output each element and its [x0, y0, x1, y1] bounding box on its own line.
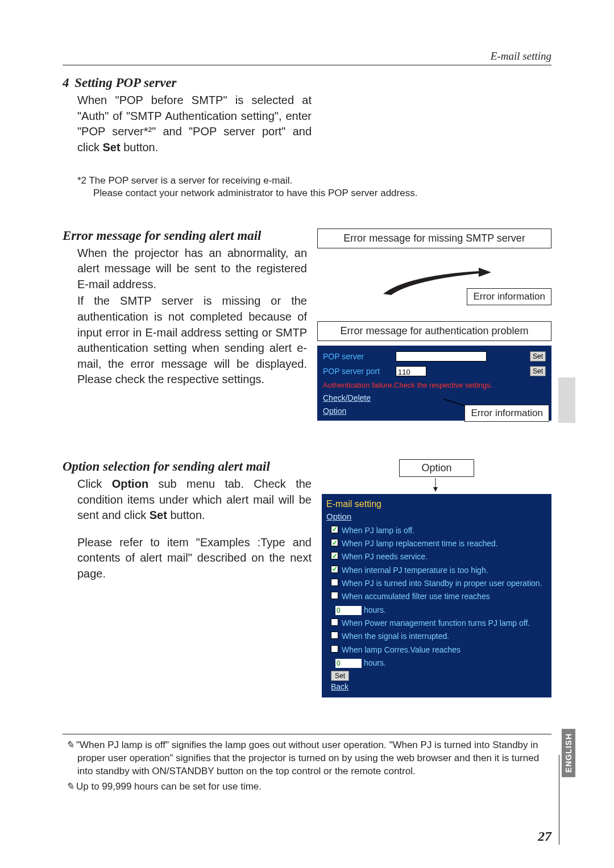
- option-item-text: When PJ lamp is off.: [342, 525, 414, 536]
- pencil-icon: ✎: [66, 781, 74, 792]
- option-item-checkbox[interactable]: [331, 579, 338, 586]
- option-panel-title: E-mail setting: [326, 497, 547, 510]
- option-item-text: When the signal is interrupted.: [342, 630, 449, 642]
- option-item-line: When lamp Corres.Value reaches: [326, 644, 547, 655]
- pop-port-set-button[interactable]: Set: [530, 366, 546, 376]
- option-item-line: When internal PJ temperature is too high…: [326, 564, 547, 576]
- pop-server-input[interactable]: [396, 351, 487, 362]
- section4-footnote-lead: *2 The POP server is a server for receiv…: [77, 175, 292, 186]
- pop-server-label: POP server: [323, 350, 391, 363]
- header-rule: [63, 65, 551, 65]
- option-item-checkbox[interactable]: [331, 632, 338, 639]
- error-paragraph-2: If the SMTP server is missing or the aut…: [77, 293, 307, 388]
- auth-failure-text: Authentication failure.Check the respect…: [323, 380, 546, 392]
- option-item-checkbox[interactable]: [331, 539, 338, 546]
- check-delete-link[interactable]: Check/Delete: [323, 393, 371, 402]
- pop-port-label: POP server port: [323, 365, 391, 377]
- side-gray-tab: [558, 377, 575, 423]
- section4-number: 4: [63, 76, 69, 90]
- error-heading: Error message for sending alert mail: [63, 229, 307, 243]
- error-box1-label: Error message for missing SMTP server: [317, 229, 551, 248]
- option-item-text: When PJ lamp replacement time is reached…: [342, 538, 498, 549]
- option-item-line: When the signal is interrupted.: [326, 630, 547, 642]
- option-item-line: When PJ lamp replacement time is reached…: [326, 538, 547, 549]
- option-panel: E-mail setting Option When PJ lamp is of…: [322, 494, 551, 697]
- option-item-text: When internal PJ temperature is too high…: [342, 564, 488, 576]
- pop-server-set-button[interactable]: Set: [530, 351, 546, 362]
- note-2-text: Up to 99,999 hours can be set for use ti…: [76, 781, 262, 792]
- section4-footnote: *2 The POP server is a server for receiv…: [77, 175, 551, 200]
- pop-row-server: POP server Set: [323, 350, 546, 363]
- option-top-label: Option: [399, 459, 474, 477]
- page-number: 27: [538, 829, 551, 844]
- section4-title: Setting POP server: [74, 76, 176, 90]
- option-item-checkbox[interactable]: [331, 592, 338, 599]
- section4-heading: 4 Setting POP server: [63, 76, 551, 90]
- swoosh-figure: Error information: [317, 248, 551, 311]
- error-callout2: Error information: [464, 405, 549, 422]
- pop-port-input[interactable]: 110: [396, 366, 426, 376]
- filter-hours-unit: hours.: [364, 605, 386, 614]
- option-link[interactable]: Option: [323, 406, 346, 416]
- option-item-text: When Power management function turns PJ …: [342, 617, 530, 629]
- option-item-text: When PJ is turned into Standby in proper…: [342, 578, 542, 589]
- svg-marker-2: [433, 487, 438, 492]
- option-item-checkbox[interactable]: [331, 566, 338, 573]
- option-item-line: When accumulated filter use time reaches: [326, 591, 547, 602]
- option-item-text: When PJ needs service.: [342, 551, 428, 562]
- filter-hours-input[interactable]: 0: [335, 606, 362, 615]
- option-heading: Option selection for sending alert mail: [63, 459, 312, 474]
- error-box2-label: Error message for authentication problem: [317, 321, 551, 341]
- option-item-checkbox[interactable]: [331, 618, 338, 626]
- option-item-line: When Power management function turns PJ …: [326, 617, 547, 629]
- note-1-text: "When PJ lamp is off" signifies the lamp…: [76, 740, 539, 776]
- pop-row-port: POP server port 110 Set: [323, 365, 546, 377]
- option-item-text: When accumulated filter use time reaches: [342, 591, 490, 602]
- pencil-icon: ✎: [66, 740, 74, 750]
- bottom-rule: [63, 734, 551, 734]
- option-paragraph-2: Please refer to item "Examples :Type and…: [77, 535, 312, 582]
- option-panel-subtitle[interactable]: Option: [326, 510, 547, 523]
- language-tab: ENGLISH: [562, 729, 575, 777]
- option-item-checkbox[interactable]: [331, 645, 338, 653]
- option-item-line: When PJ needs service.: [326, 551, 547, 562]
- error-callout1: Error information: [467, 288, 551, 305]
- option-set-button[interactable]: Set: [331, 671, 349, 681]
- option-item-text: When lamp Corres.Value reaches: [342, 644, 460, 655]
- note-2: ✎Up to 99,999 hours can be set for use t…: [63, 780, 551, 794]
- option-back-link[interactable]: Back: [331, 682, 349, 691]
- option-item-checkbox[interactable]: [331, 552, 338, 559]
- option-item-checkbox[interactable]: [331, 526, 338, 533]
- lamp-hours-input[interactable]: 0: [335, 659, 362, 668]
- option-arrow-icon: [322, 478, 551, 492]
- section4-footnote-rest: Please contact your network administrato…: [77, 187, 551, 200]
- header-section-label: E-mail setting: [63, 50, 551, 63]
- side-thin-line: [559, 755, 559, 845]
- lamp-hours-unit: hours.: [364, 658, 386, 667]
- option-item-line: When PJ is turned into Standby in proper…: [326, 578, 547, 589]
- error-paragraph-1: When the projector has an abnormality, a…: [77, 246, 307, 293]
- option-item-line: When PJ lamp is off.: [326, 525, 547, 536]
- note-1: ✎"When PJ lamp is off" signifies the lam…: [63, 739, 551, 778]
- section4-body: When "POP before SMTP" is selected at "A…: [77, 93, 312, 155]
- option-paragraph-1: Click Option sub menu tab. Check the con…: [77, 476, 312, 524]
